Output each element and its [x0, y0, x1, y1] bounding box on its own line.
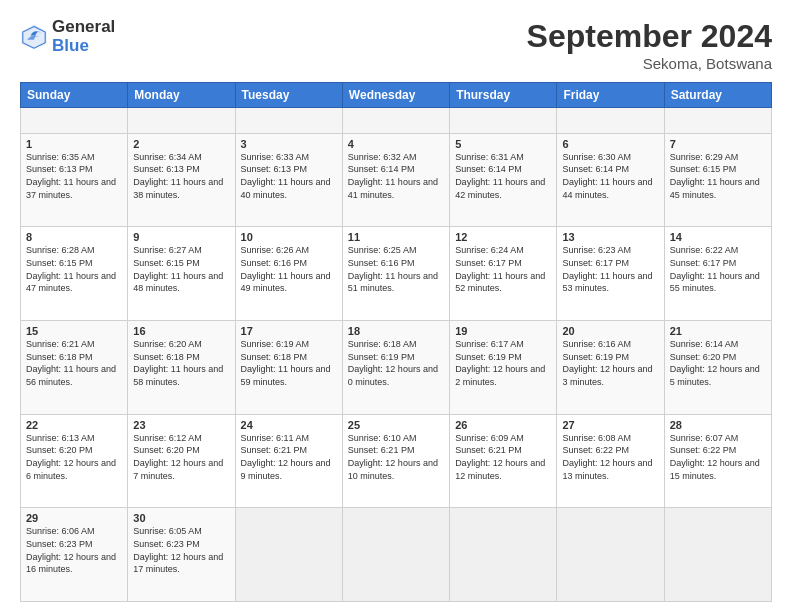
- calendar-cell: 16 Sunrise: 6:20 AMSunset: 6:18 PMDaylig…: [128, 321, 235, 415]
- day-info: Sunrise: 6:29 AMSunset: 6:15 PMDaylight:…: [670, 151, 766, 201]
- calendar-cell: 8 Sunrise: 6:28 AMSunset: 6:15 PMDayligh…: [21, 227, 128, 321]
- page: General Blue September 2024 Sekoma, Bots…: [0, 0, 792, 612]
- day-number: 3: [241, 138, 337, 150]
- calendar-cell: 29 Sunrise: 6:06 AMSunset: 6:23 PMDaylig…: [21, 508, 128, 602]
- day-number: 30: [133, 512, 229, 524]
- day-number: 22: [26, 419, 122, 431]
- day-info: Sunrise: 6:22 AMSunset: 6:17 PMDaylight:…: [670, 244, 766, 294]
- day-number: 6: [562, 138, 658, 150]
- day-info: Sunrise: 6:17 AMSunset: 6:19 PMDaylight:…: [455, 338, 551, 388]
- calendar-cell: 12 Sunrise: 6:24 AMSunset: 6:17 PMDaylig…: [450, 227, 557, 321]
- day-info: Sunrise: 6:24 AMSunset: 6:17 PMDaylight:…: [455, 244, 551, 294]
- header-saturday: Saturday: [664, 83, 771, 108]
- day-number: 24: [241, 419, 337, 431]
- calendar-cell: 14 Sunrise: 6:22 AMSunset: 6:17 PMDaylig…: [664, 227, 771, 321]
- calendar-week-1: [21, 108, 772, 134]
- day-number: 29: [26, 512, 122, 524]
- day-info: Sunrise: 6:07 AMSunset: 6:22 PMDaylight:…: [670, 432, 766, 482]
- day-number: 7: [670, 138, 766, 150]
- day-number: 18: [348, 325, 444, 337]
- day-info: Sunrise: 6:11 AMSunset: 6:21 PMDaylight:…: [241, 432, 337, 482]
- calendar-cell: [450, 508, 557, 602]
- calendar-cell: 4 Sunrise: 6:32 AMSunset: 6:14 PMDayligh…: [342, 133, 449, 227]
- day-info: Sunrise: 6:35 AMSunset: 6:13 PMDaylight:…: [26, 151, 122, 201]
- calendar-cell: 10 Sunrise: 6:26 AMSunset: 6:16 PMDaylig…: [235, 227, 342, 321]
- calendar-cell: [235, 108, 342, 134]
- calendar-cell: 11 Sunrise: 6:25 AMSunset: 6:16 PMDaylig…: [342, 227, 449, 321]
- calendar-cell: [342, 508, 449, 602]
- day-info: Sunrise: 6:06 AMSunset: 6:23 PMDaylight:…: [26, 525, 122, 575]
- calendar-cell: 13 Sunrise: 6:23 AMSunset: 6:17 PMDaylig…: [557, 227, 664, 321]
- day-number: 9: [133, 231, 229, 243]
- day-info: Sunrise: 6:32 AMSunset: 6:14 PMDaylight:…: [348, 151, 444, 201]
- calendar-cell: 30 Sunrise: 6:05 AMSunset: 6:23 PMDaylig…: [128, 508, 235, 602]
- calendar-cell: [21, 108, 128, 134]
- day-number: 19: [455, 325, 551, 337]
- calendar-week-5: 22 Sunrise: 6:13 AMSunset: 6:20 PMDaylig…: [21, 414, 772, 508]
- calendar-cell: [664, 108, 771, 134]
- calendar-week-4: 15 Sunrise: 6:21 AMSunset: 6:18 PMDaylig…: [21, 321, 772, 415]
- day-info: Sunrise: 6:31 AMSunset: 6:14 PMDaylight:…: [455, 151, 551, 201]
- calendar-week-3: 8 Sunrise: 6:28 AMSunset: 6:15 PMDayligh…: [21, 227, 772, 321]
- day-info: Sunrise: 6:19 AMSunset: 6:18 PMDaylight:…: [241, 338, 337, 388]
- day-info: Sunrise: 6:26 AMSunset: 6:16 PMDaylight:…: [241, 244, 337, 294]
- calendar-cell: 6 Sunrise: 6:30 AMSunset: 6:14 PMDayligh…: [557, 133, 664, 227]
- calendar-cell: 9 Sunrise: 6:27 AMSunset: 6:15 PMDayligh…: [128, 227, 235, 321]
- calendar-cell: [128, 108, 235, 134]
- location-subtitle: Sekoma, Botswana: [527, 55, 772, 72]
- calendar-cell: [450, 108, 557, 134]
- header-tuesday: Tuesday: [235, 83, 342, 108]
- logo: General Blue: [20, 18, 115, 55]
- header: General Blue September 2024 Sekoma, Bots…: [20, 18, 772, 72]
- calendar-week-2: 1 Sunrise: 6:35 AMSunset: 6:13 PMDayligh…: [21, 133, 772, 227]
- header-friday: Friday: [557, 83, 664, 108]
- calendar-cell: 25 Sunrise: 6:10 AMSunset: 6:21 PMDaylig…: [342, 414, 449, 508]
- calendar-cell: 27 Sunrise: 6:08 AMSunset: 6:22 PMDaylig…: [557, 414, 664, 508]
- day-number: 25: [348, 419, 444, 431]
- header-thursday: Thursday: [450, 83, 557, 108]
- day-number: 15: [26, 325, 122, 337]
- day-number: 23: [133, 419, 229, 431]
- month-title: September 2024: [527, 18, 772, 55]
- day-number: 17: [241, 325, 337, 337]
- calendar-cell: 23 Sunrise: 6:12 AMSunset: 6:20 PMDaylig…: [128, 414, 235, 508]
- day-number: 2: [133, 138, 229, 150]
- day-info: Sunrise: 6:12 AMSunset: 6:20 PMDaylight:…: [133, 432, 229, 482]
- day-number: 13: [562, 231, 658, 243]
- calendar-cell: 1 Sunrise: 6:35 AMSunset: 6:13 PMDayligh…: [21, 133, 128, 227]
- calendar-cell: 3 Sunrise: 6:33 AMSunset: 6:13 PMDayligh…: [235, 133, 342, 227]
- day-number: 14: [670, 231, 766, 243]
- day-info: Sunrise: 6:20 AMSunset: 6:18 PMDaylight:…: [133, 338, 229, 388]
- day-info: Sunrise: 6:30 AMSunset: 6:14 PMDaylight:…: [562, 151, 658, 201]
- logo-general: General: [52, 17, 115, 36]
- day-info: Sunrise: 6:16 AMSunset: 6:19 PMDaylight:…: [562, 338, 658, 388]
- day-info: Sunrise: 6:09 AMSunset: 6:21 PMDaylight:…: [455, 432, 551, 482]
- calendar-cell: 5 Sunrise: 6:31 AMSunset: 6:14 PMDayligh…: [450, 133, 557, 227]
- day-info: Sunrise: 6:10 AMSunset: 6:21 PMDaylight:…: [348, 432, 444, 482]
- calendar-cell: [557, 108, 664, 134]
- weekday-header-row: Sunday Monday Tuesday Wednesday Thursday…: [21, 83, 772, 108]
- day-info: Sunrise: 6:28 AMSunset: 6:15 PMDaylight:…: [26, 244, 122, 294]
- day-info: Sunrise: 6:25 AMSunset: 6:16 PMDaylight:…: [348, 244, 444, 294]
- day-info: Sunrise: 6:34 AMSunset: 6:13 PMDaylight:…: [133, 151, 229, 201]
- day-info: Sunrise: 6:14 AMSunset: 6:20 PMDaylight:…: [670, 338, 766, 388]
- day-info: Sunrise: 6:23 AMSunset: 6:17 PMDaylight:…: [562, 244, 658, 294]
- calendar-cell: [664, 508, 771, 602]
- day-number: 21: [670, 325, 766, 337]
- day-number: 11: [348, 231, 444, 243]
- calendar-cell: 17 Sunrise: 6:19 AMSunset: 6:18 PMDaylig…: [235, 321, 342, 415]
- day-number: 28: [670, 419, 766, 431]
- day-number: 5: [455, 138, 551, 150]
- calendar-table: Sunday Monday Tuesday Wednesday Thursday…: [20, 82, 772, 602]
- calendar-cell: 24 Sunrise: 6:11 AMSunset: 6:21 PMDaylig…: [235, 414, 342, 508]
- day-number: 8: [26, 231, 122, 243]
- calendar-cell: 21 Sunrise: 6:14 AMSunset: 6:20 PMDaylig…: [664, 321, 771, 415]
- day-number: 27: [562, 419, 658, 431]
- day-info: Sunrise: 6:33 AMSunset: 6:13 PMDaylight:…: [241, 151, 337, 201]
- day-number: 4: [348, 138, 444, 150]
- calendar-cell: 22 Sunrise: 6:13 AMSunset: 6:20 PMDaylig…: [21, 414, 128, 508]
- day-number: 20: [562, 325, 658, 337]
- day-info: Sunrise: 6:21 AMSunset: 6:18 PMDaylight:…: [26, 338, 122, 388]
- calendar-cell: 7 Sunrise: 6:29 AMSunset: 6:15 PMDayligh…: [664, 133, 771, 227]
- logo-icon: [20, 23, 48, 51]
